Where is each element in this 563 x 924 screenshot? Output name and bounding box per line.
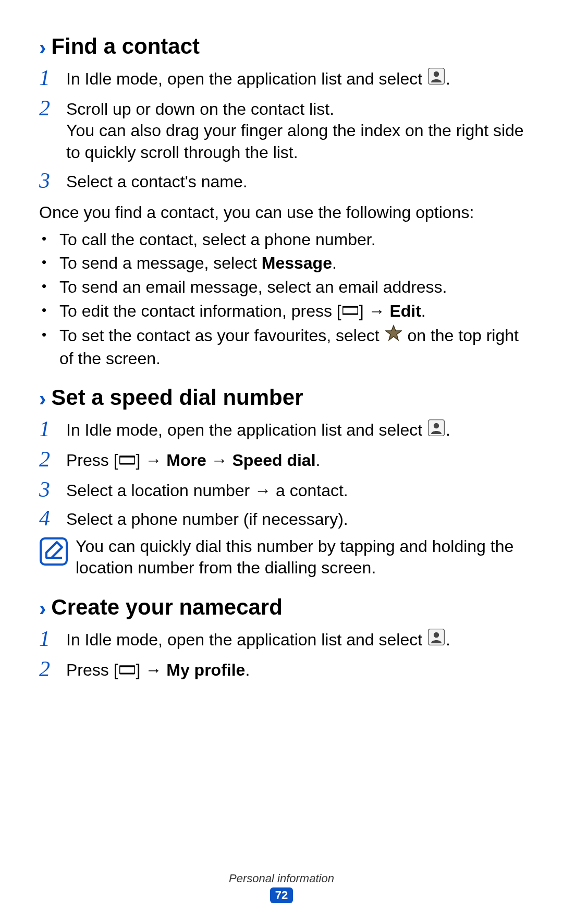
step-number: 4 — [39, 507, 66, 530]
step-number: 1 — [39, 627, 66, 650]
step-item: 1 In Idle mode, open the application lis… — [39, 66, 524, 91]
note-icon — [39, 537, 68, 566]
bullet-text: To send a message, select Message. — [59, 253, 524, 274]
step-item: 2 Press [] → More → Speed dial. — [39, 448, 524, 472]
section-title: Create your namecard — [51, 595, 283, 620]
step-item: 3 Select a contact's name. — [39, 169, 524, 193]
bullet-text: To set the contact as your favourites, s… — [59, 325, 524, 369]
footer-label: Personal information — [0, 872, 563, 885]
chevron-icon: › — [39, 37, 46, 58]
step-number: 2 — [39, 657, 66, 680]
bullet-text: To call the contact, select a phone numb… — [59, 229, 524, 251]
step-text: Press [] → My profile. — [66, 657, 250, 682]
step-text: In Idle mode, open the application list … — [66, 66, 450, 91]
step-text: Select a contact's name. — [66, 169, 248, 193]
star-icon — [385, 325, 402, 347]
step-text: Scroll up or down on the contact list. Y… — [66, 97, 524, 164]
paragraph: Once you find a contact, you can use the… — [39, 202, 524, 224]
bullet-dot: • — [42, 325, 59, 345]
step-text: In Idle mode, open the application list … — [66, 627, 450, 652]
note-block: You can quickly dial this number by tapp… — [39, 536, 524, 579]
contacts-icon — [428, 629, 445, 651]
section-heading-find-contact: › Find a contact — [39, 34, 524, 59]
bullet-dot: • — [42, 253, 59, 272]
step-number: 1 — [39, 417, 66, 440]
step-item: 4 Select a phone number (if necessary). — [39, 507, 524, 531]
steps-list: 1 In Idle mode, open the application lis… — [39, 417, 524, 530]
menu-icon — [119, 659, 135, 681]
menu-icon — [342, 300, 358, 322]
step-text: Select a phone number (if necessary). — [66, 507, 348, 531]
bullet-list: • To call the contact, select a phone nu… — [42, 229, 524, 370]
bullet-item: • To call the contact, select a phone nu… — [42, 229, 524, 251]
step-item: 2 Press [] → My profile. — [39, 657, 524, 682]
bullet-item: • To send a message, select Message. — [42, 253, 524, 274]
bullet-dot: • — [42, 301, 59, 320]
step-item: 1 In Idle mode, open the application lis… — [39, 627, 524, 652]
menu-icon — [119, 450, 135, 472]
bullet-dot: • — [42, 229, 59, 249]
bullet-text: To edit the contact information, press [… — [59, 301, 524, 323]
section-heading-namecard: › Create your namecard — [39, 595, 524, 620]
page-footer: Personal information 72 — [0, 872, 563, 903]
section-title: Find a contact — [51, 34, 200, 59]
step-number: 2 — [39, 97, 66, 119]
manual-page: › Find a contact 1 In Idle mode, open th… — [0, 0, 563, 924]
step-number: 3 — [39, 169, 66, 192]
bullet-text: To send an email message, select an emai… — [59, 277, 524, 298]
bullet-item: • To set the contact as your favourites,… — [42, 325, 524, 369]
bullet-dot: • — [42, 277, 59, 296]
step-text: In Idle mode, open the application list … — [66, 417, 450, 442]
bullet-item: • To send an email message, select an em… — [42, 277, 524, 298]
step-text: Press [] → More → Speed dial. — [66, 448, 320, 472]
section-title: Set a speed dial number — [51, 385, 303, 410]
bullet-item: • To edit the contact information, press… — [42, 301, 524, 323]
step-number: 2 — [39, 448, 66, 471]
contacts-icon — [428, 419, 445, 442]
step-number: 3 — [39, 478, 66, 501]
step-item: 1 In Idle mode, open the application lis… — [39, 417, 524, 442]
step-item: 3 Select a location number → a contact. — [39, 478, 524, 502]
contacts-icon — [428, 68, 445, 90]
section-heading-speed-dial: › Set a speed dial number — [39, 385, 524, 410]
step-number: 1 — [39, 66, 66, 89]
step-text: Select a location number → a contact. — [66, 478, 348, 502]
step-item: 2 Scroll up or down on the contact list.… — [39, 97, 524, 164]
note-text: You can quickly dial this number by tapp… — [76, 536, 524, 579]
chevron-icon: › — [39, 388, 46, 409]
page-number-badge: 72 — [270, 887, 293, 903]
steps-list: 1 In Idle mode, open the application lis… — [39, 66, 524, 193]
steps-list: 1 In Idle mode, open the application lis… — [39, 627, 524, 682]
chevron-icon: › — [39, 598, 46, 619]
